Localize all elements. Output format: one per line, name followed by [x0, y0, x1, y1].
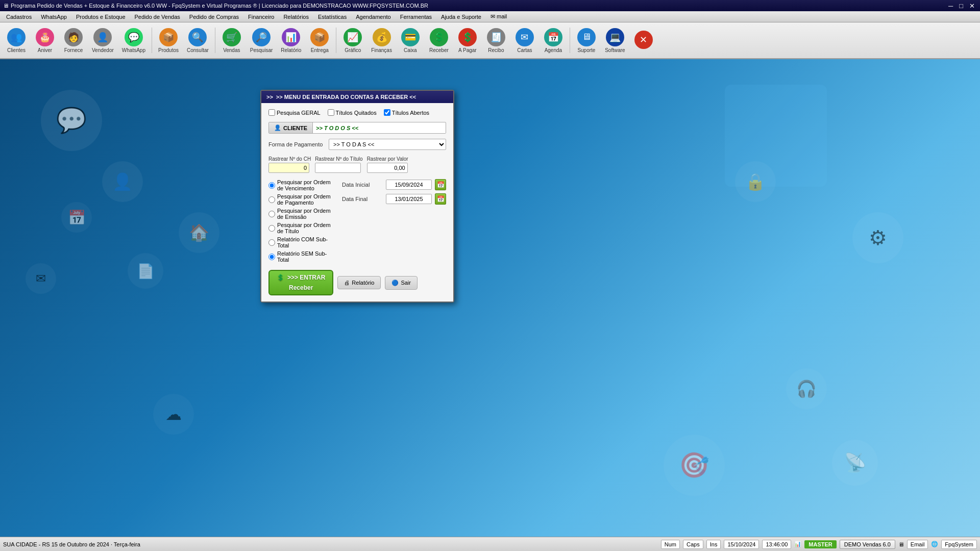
cliente-field[interactable] [313, 123, 446, 133]
toolbar-cartas[interactable]: ✉ Cartas [511, 24, 538, 56]
status-network-icon: 🌐 [931, 541, 938, 547]
data-inicial-input[interactable] [386, 180, 432, 190]
toolbar-agenda[interactable]: 📅 Agenda [540, 24, 567, 56]
menu-ajuda[interactable]: Ajuda e Suporte [437, 13, 485, 21]
recibo-icon: 🧾 [487, 28, 505, 46]
caixa-icon: 💳 [401, 28, 420, 46]
vendas-label: Vendas [223, 47, 240, 53]
status-num: Num [661, 540, 680, 549]
toolbar-separator-3 [336, 28, 336, 53]
radio-sem-subtotal-input[interactable] [268, 254, 275, 260]
toolbar-separator-2 [215, 28, 215, 53]
menu-whatsapp[interactable]: WhatsApp [37, 13, 71, 21]
status-caps: Caps [683, 540, 703, 549]
radio-titulo-input[interactable] [268, 225, 275, 232]
status-master: MASTER [804, 540, 836, 548]
bg-chat-icon: 💬 [41, 90, 102, 151]
exit-icon: ✕ [634, 31, 653, 49]
toolbar-clientes[interactable]: 👥 Clientes [3, 24, 30, 56]
rastrear-titulo-label: Rastrear Nº do Título [315, 156, 363, 162]
radio-com-subtotal[interactable]: Relatório COM Sub-Total [268, 236, 332, 248]
entrar-dollar-icon: 💲 [277, 274, 284, 281]
status-email: Email [907, 540, 928, 549]
toolbar-software[interactable]: 💻 Software [602, 24, 628, 56]
menu-cadastros[interactable]: Cadastros [2, 13, 36, 21]
toolbar-recibo[interactable]: 🧾 Recibo [483, 24, 509, 56]
radio-section: Pesquisar por Ordem de Vencimento Pesqui… [268, 179, 446, 263]
radio-col: Pesquisar por Ordem de Vencimento Pesqui… [268, 179, 332, 263]
radio-pagamento-input[interactable] [268, 196, 275, 203]
dialog-title: >> >> MENU DE ENTRADA DO CONTAS A RECEBE… [261, 91, 453, 103]
date-inicial-row: Data Inicial 📅 [342, 179, 446, 190]
radio-com-subtotal-label: Relatório COM Sub-Total [277, 236, 332, 248]
toolbar-suporte[interactable]: 🖥 Suporte [573, 24, 600, 56]
toolbar-consultar[interactable]: 🔍 Consultar [184, 24, 212, 56]
toolbar-caixa[interactable]: 💳 Caixa [397, 24, 424, 56]
relatorio-button[interactable]: 🖨 Relatório [337, 276, 381, 289]
cb-titulos-quitados-input[interactable] [328, 109, 334, 116]
radio-com-subtotal-input[interactable] [268, 239, 275, 246]
menu-produtos-estoque[interactable]: Produtos e Estoque [72, 13, 130, 21]
menu-pedido-compras[interactable]: Pedido de Compras [185, 13, 243, 21]
toolbar-whatsapp[interactable]: 💬 WhatsApp [119, 24, 149, 56]
data-final-label: Data Final [342, 196, 383, 202]
toolbar-exit[interactable]: ✕ [630, 24, 657, 56]
data-final-input[interactable] [386, 194, 432, 204]
cliente-button[interactable]: 👤 CLIENTE [269, 122, 313, 133]
toolbar-vendedor[interactable]: 👤 Vendedor [89, 24, 117, 56]
toolbar-produtos[interactable]: 📦 Produtos [155, 24, 182, 56]
toolbar-apagar[interactable]: 💲 A Pagar [454, 24, 481, 56]
radio-vencimento[interactable]: Pesquisar por Ordem de Vencimento [268, 179, 332, 191]
menu-financeiro[interactable]: Financeiro [244, 13, 278, 21]
radio-emissao[interactable]: Pesquisar por Ordem de Emissão [268, 208, 332, 220]
cb-titulos-abertos[interactable]: Títulos Abertos [384, 109, 429, 116]
menu-agendamento[interactable]: Agendamento [352, 13, 395, 21]
rastrear-titulo: Rastrear Nº do Título [315, 156, 363, 173]
suporte-label: Suporte [577, 47, 595, 53]
cb-pesquisa-geral[interactable]: Pesquisa GERAL [268, 109, 321, 116]
pesquisar-label: Pesquisar [250, 47, 273, 53]
menu-ferramentas[interactable]: Ferramentas [396, 13, 436, 21]
status-date: 15/10/2024 [724, 540, 759, 549]
action-row: 💲 >>> ENTRAR Receber 🖨 Relatório 🔵 Sair [268, 270, 446, 295]
cb-titulos-quitados[interactable]: Títulos Quitados [328, 109, 377, 116]
rastrear-ch-input[interactable] [268, 163, 309, 173]
toolbar-entrega[interactable]: 📦 Entrega [306, 24, 333, 56]
maximize-button[interactable]: □ [957, 2, 965, 10]
clientes-icon: 👥 [7, 28, 26, 46]
toolbar-receber[interactable]: 💲 Receber [426, 24, 452, 56]
rastrear-valor-input[interactable] [367, 163, 408, 173]
radio-pagamento[interactable]: Pesquisar por Ordem de Pagamento [268, 193, 332, 206]
toolbar-grafico[interactable]: 📈 Gráfico [339, 24, 366, 56]
radio-vencimento-input[interactable] [268, 182, 275, 189]
cb-pesquisa-geral-input[interactable] [268, 109, 275, 116]
receber-label: Receber [429, 47, 449, 53]
toolbar-pesquisar[interactable]: 🔎 Pesquisar [247, 24, 276, 56]
menu-relatorios[interactable]: Relatórios [279, 13, 313, 21]
menu-mail[interactable]: ✉ mail [486, 12, 511, 21]
data-inicial-cal-button[interactable]: 📅 [435, 179, 446, 190]
title-text: Programa Pedido de Vendas + Estoque & Fi… [11, 3, 428, 9]
toolbar-relatorio[interactable]: 📊 Relatório [278, 24, 304, 56]
radio-titulo[interactable]: Pesquisar por Ordem de Título [268, 222, 332, 234]
toolbar-vendas[interactable]: 🛒 Vendas [218, 24, 245, 56]
toolbar-financas[interactable]: 💰 Finanças [368, 24, 395, 56]
forma-pagamento-select[interactable]: >> T O D A S << [329, 139, 446, 150]
radio-sem-subtotal[interactable]: Relatório SEM Sub-Total [268, 251, 332, 263]
entrar-button-top: 💲 >>> ENTRAR [277, 274, 325, 281]
menu-estatisticas[interactable]: Estatísticas [314, 13, 351, 21]
radio-emissao-input[interactable] [268, 211, 275, 217]
financas-label: Finanças [371, 47, 392, 53]
toolbar-fornece[interactable]: 🧑 Fornece [60, 24, 87, 56]
data-final-cal-button[interactable]: 📅 [435, 193, 446, 205]
menu-pedido-vendas[interactable]: Pedido de Vendas [131, 13, 184, 21]
rastrear-titulo-input[interactable] [315, 163, 361, 173]
close-button[interactable]: ✕ [967, 2, 977, 10]
cb-titulos-abertos-input[interactable] [384, 109, 390, 116]
toolbar-aniver[interactable]: 🎂 Aniver [32, 24, 58, 56]
minimize-button[interactable]: ─ [946, 2, 955, 10]
radio-emissao-label: Pesquisar por Ordem de Emissão [277, 208, 332, 220]
entrar-button[interactable]: 💲 >>> ENTRAR Receber [268, 270, 333, 295]
bg-person-icon: 👤 [102, 161, 143, 202]
sair-button[interactable]: 🔵 Sair [385, 276, 418, 290]
